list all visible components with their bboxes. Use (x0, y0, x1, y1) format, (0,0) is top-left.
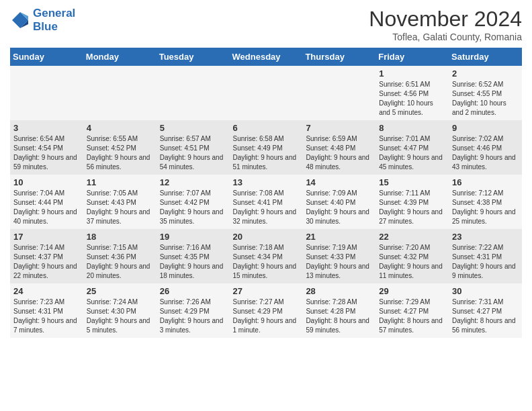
day-number: 3 (13, 123, 80, 133)
day-number: 6 (233, 123, 300, 133)
day-info: Sunrise: 7:19 AMSunset: 4:33 PMDaylight:… (306, 243, 372, 281)
day-cell-25: 25Sunrise: 7:24 AMSunset: 4:30 PMDayligh… (83, 283, 157, 338)
day-number: 8 (379, 123, 445, 133)
day-number: 24 (13, 286, 80, 296)
weekday-header-tuesday: Tuesday (157, 48, 230, 66)
day-cell-15: 15Sunrise: 7:11 AMSunset: 4:39 PMDayligh… (375, 175, 449, 229)
day-number: 20 (233, 232, 300, 242)
day-info: Sunrise: 6:51 AMSunset: 4:56 PMDaylight:… (379, 80, 445, 118)
day-number: 26 (160, 286, 226, 296)
empty-cell (10, 66, 83, 120)
day-info: Sunrise: 7:20 AMSunset: 4:32 PMDaylight:… (379, 243, 445, 281)
day-cell-22: 22Sunrise: 7:20 AMSunset: 4:32 PMDayligh… (375, 229, 449, 283)
day-cell-18: 18Sunrise: 7:15 AMSunset: 4:36 PMDayligh… (83, 229, 157, 283)
day-info: Sunrise: 7:31 AMSunset: 4:27 PMDaylight:… (452, 298, 519, 335)
weekday-header-thursday: Thursday (302, 48, 375, 66)
day-info: Sunrise: 7:24 AMSunset: 4:30 PMDaylight:… (87, 298, 153, 335)
day-cell-27: 27Sunrise: 7:27 AMSunset: 4:29 PMDayligh… (230, 283, 303, 338)
day-number: 17 (13, 232, 80, 242)
location-subtitle: Toflea, Galati County, Romania (369, 32, 522, 42)
day-number: 13 (233, 177, 300, 187)
calendar-table: SundayMondayTuesdayWednesdayThursdayFrid… (10, 48, 522, 338)
day-number: 1 (379, 68, 445, 79)
day-number: 4 (87, 123, 153, 133)
day-cell-11: 11Sunrise: 7:05 AMSunset: 4:43 PMDayligh… (83, 175, 157, 229)
day-info: Sunrise: 7:15 AMSunset: 4:36 PMDaylight:… (87, 243, 153, 281)
week-row-2: 3Sunrise: 6:54 AMSunset: 4:54 PMDaylight… (10, 120, 522, 175)
day-info: Sunrise: 7:02 AMSunset: 4:46 PMDaylight:… (452, 134, 519, 172)
week-row-3: 10Sunrise: 7:04 AMSunset: 4:44 PMDayligh… (10, 175, 522, 229)
day-number: 22 (379, 232, 445, 242)
day-info: Sunrise: 7:04 AMSunset: 4:44 PMDaylight:… (13, 189, 80, 226)
day-number: 28 (306, 286, 372, 296)
day-cell-10: 10Sunrise: 7:04 AMSunset: 4:44 PMDayligh… (10, 175, 83, 229)
day-info: Sunrise: 7:12 AMSunset: 4:38 PMDaylight:… (452, 189, 519, 226)
day-number: 18 (87, 232, 153, 242)
day-cell-6: 6Sunrise: 6:58 AMSunset: 4:49 PMDaylight… (230, 120, 303, 175)
weekday-header-friday: Friday (375, 48, 449, 66)
day-info: Sunrise: 7:14 AMSunset: 4:37 PMDaylight:… (13, 243, 80, 281)
empty-cell (302, 66, 375, 120)
day-cell-24: 24Sunrise: 7:23 AMSunset: 4:31 PMDayligh… (10, 283, 83, 338)
day-info: Sunrise: 7:18 AMSunset: 4:34 PMDaylight:… (233, 243, 300, 281)
week-row-5: 24Sunrise: 7:23 AMSunset: 4:31 PMDayligh… (10, 283, 522, 338)
week-row-1: 1Sunrise: 6:51 AMSunset: 4:56 PMDaylight… (10, 66, 522, 120)
weekday-header-saturday: Saturday (449, 48, 522, 66)
day-cell-1: 1Sunrise: 6:51 AMSunset: 4:56 PMDaylight… (375, 66, 449, 120)
day-info: Sunrise: 7:07 AMSunset: 4:42 PMDaylight:… (160, 189, 226, 226)
header-row: SundayMondayTuesdayWednesdayThursdayFrid… (10, 48, 522, 66)
day-cell-30: 30Sunrise: 7:31 AMSunset: 4:27 PMDayligh… (449, 283, 522, 338)
day-cell-17: 17Sunrise: 7:14 AMSunset: 4:37 PMDayligh… (10, 229, 83, 283)
title-area: November 2024 Toflea, Galati County, Rom… (369, 7, 522, 42)
day-info: Sunrise: 7:05 AMSunset: 4:43 PMDaylight:… (87, 189, 153, 226)
logo: General Blue (10, 7, 75, 34)
day-number: 21 (306, 232, 372, 242)
day-info: Sunrise: 6:52 AMSunset: 4:55 PMDaylight:… (452, 80, 519, 118)
week-row-4: 17Sunrise: 7:14 AMSunset: 4:37 PMDayligh… (10, 229, 522, 283)
calendar-container: General Blue November 2024 Toflea, Galat… (0, 0, 532, 345)
header: General Blue November 2024 Toflea, Galat… (10, 7, 522, 42)
weekday-header-sunday: Sunday (10, 48, 83, 66)
day-cell-23: 23Sunrise: 7:22 AMSunset: 4:31 PMDayligh… (449, 229, 522, 283)
day-info: Sunrise: 7:11 AMSunset: 4:39 PMDaylight:… (379, 189, 445, 226)
day-number: 29 (379, 286, 445, 296)
day-number: 2 (452, 68, 519, 79)
day-cell-21: 21Sunrise: 7:19 AMSunset: 4:33 PMDayligh… (302, 229, 375, 283)
day-info: Sunrise: 7:16 AMSunset: 4:35 PMDaylight:… (160, 243, 226, 281)
day-cell-13: 13Sunrise: 7:08 AMSunset: 4:41 PMDayligh… (230, 175, 303, 229)
day-number: 5 (160, 123, 226, 133)
day-info: Sunrise: 6:57 AMSunset: 4:51 PMDaylight:… (160, 134, 226, 172)
day-cell-12: 12Sunrise: 7:07 AMSunset: 4:42 PMDayligh… (157, 175, 230, 229)
day-number: 7 (306, 123, 372, 133)
day-number: 25 (87, 286, 153, 296)
day-number: 19 (160, 232, 226, 242)
day-info: Sunrise: 7:22 AMSunset: 4:31 PMDaylight:… (452, 243, 519, 281)
day-info: Sunrise: 6:58 AMSunset: 4:49 PMDaylight:… (233, 134, 300, 172)
logo-icon (10, 10, 30, 30)
svg-marker-0 (12, 12, 28, 28)
day-number: 10 (13, 177, 80, 187)
weekday-header-monday: Monday (83, 48, 157, 66)
day-number: 12 (160, 177, 226, 187)
day-number: 15 (379, 177, 445, 187)
day-info: Sunrise: 7:08 AMSunset: 4:41 PMDaylight:… (233, 189, 300, 226)
empty-cell (157, 66, 230, 120)
day-number: 14 (306, 177, 372, 187)
day-number: 16 (452, 177, 519, 187)
day-info: Sunrise: 6:54 AMSunset: 4:54 PMDaylight:… (13, 134, 80, 172)
day-cell-14: 14Sunrise: 7:09 AMSunset: 4:40 PMDayligh… (302, 175, 375, 229)
logo-text: General Blue (33, 7, 75, 34)
day-cell-26: 26Sunrise: 7:26 AMSunset: 4:29 PMDayligh… (157, 283, 230, 338)
day-cell-5: 5Sunrise: 6:57 AMSunset: 4:51 PMDaylight… (157, 120, 230, 175)
day-info: Sunrise: 7:27 AMSunset: 4:29 PMDaylight:… (233, 298, 300, 335)
day-number: 23 (452, 232, 519, 242)
day-cell-3: 3Sunrise: 6:54 AMSunset: 4:54 PMDaylight… (10, 120, 83, 175)
day-cell-29: 29Sunrise: 7:29 AMSunset: 4:27 PMDayligh… (375, 283, 449, 338)
day-cell-16: 16Sunrise: 7:12 AMSunset: 4:38 PMDayligh… (449, 175, 522, 229)
day-cell-28: 28Sunrise: 7:28 AMSunset: 4:28 PMDayligh… (302, 283, 375, 338)
empty-cell (230, 66, 303, 120)
month-title: November 2024 (369, 7, 522, 32)
day-number: 27 (233, 286, 300, 296)
day-number: 9 (452, 123, 519, 133)
day-cell-9: 9Sunrise: 7:02 AMSunset: 4:46 PMDaylight… (449, 120, 522, 175)
